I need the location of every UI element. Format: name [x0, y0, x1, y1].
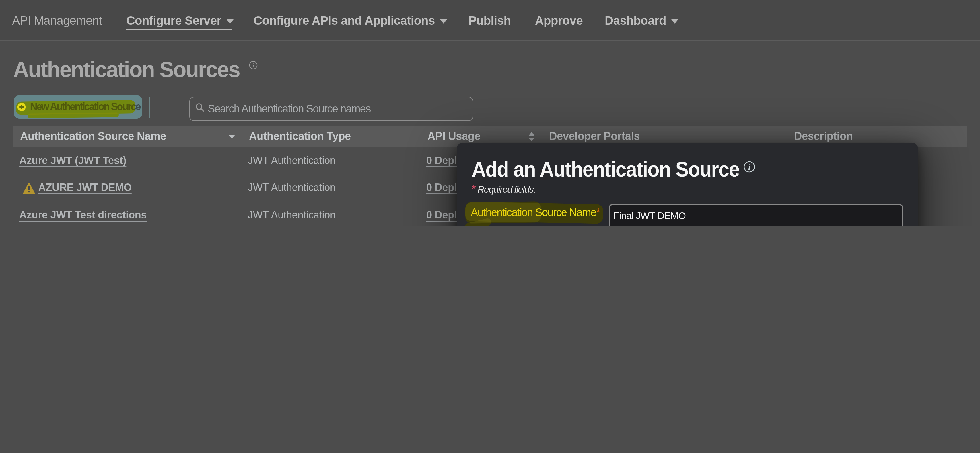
svg-text:i: i	[748, 163, 751, 172]
svg-text:i: i	[253, 62, 254, 68]
